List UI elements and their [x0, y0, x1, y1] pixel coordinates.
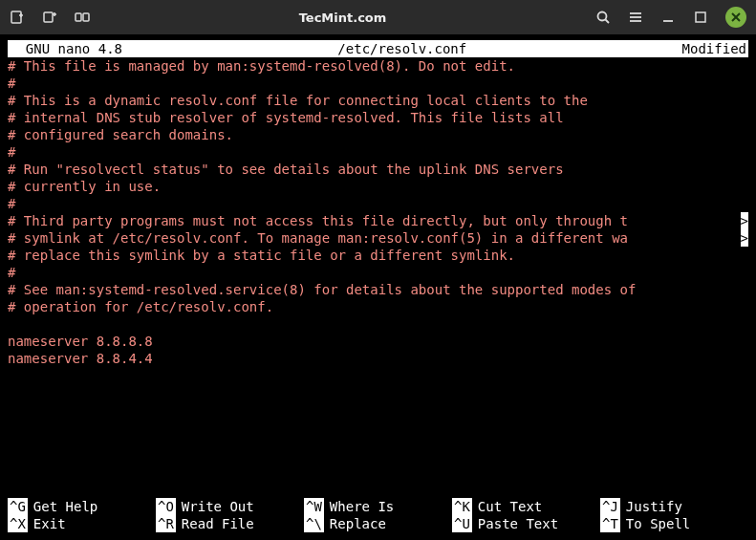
svg-point-8	[598, 12, 607, 21]
line-truncation-marker: >	[741, 212, 748, 229]
nano-header-bar: GNU nano 4.8 /etc/resolv.conf Modified	[8, 40, 748, 57]
nano-shortcut: ^RRead File	[156, 515, 304, 532]
shortcut-label: Replace	[330, 515, 386, 532]
file-line[interactable]	[8, 315, 748, 333]
nano-shortcut: ^GGet Help	[8, 498, 156, 515]
file-line[interactable]: # configured search domains.	[8, 126, 748, 143]
nano-shortcut: ^XExit	[8, 515, 156, 532]
file-line[interactable]: # currently in use.	[8, 178, 748, 195]
file-line-text: nameserver 8.8.4.4	[8, 350, 748, 367]
file-line-text: # internal DNS stub resolver of systemd-…	[8, 109, 748, 126]
file-line-text: nameserver 8.8.8.8	[8, 333, 748, 350]
shortcut-key: ^T	[600, 515, 620, 532]
shortcut-label: Get Help	[33, 498, 97, 515]
nano-shortcut: ^KCut Text	[452, 498, 600, 515]
shortcut-key: ^U	[452, 515, 472, 532]
file-line-text: # See man:systemd-resolved.service(8) fo…	[8, 281, 748, 298]
shortcut-label: Paste Text	[478, 515, 558, 532]
nano-shortcut: ^TTo Spell	[600, 515, 748, 532]
file-line[interactable]: # Run "resolvectl status" to see details…	[8, 161, 748, 178]
nano-shortcut-bar: ^GGet Help^OWrite Out^WWhere Is^KCut Tex…	[8, 498, 748, 532]
window-titlebar: TecMint.com	[0, 0, 756, 34]
file-line-text: #	[8, 75, 748, 92]
shortcut-label: Where Is	[330, 498, 394, 515]
new-tab-icon[interactable]	[10, 10, 25, 25]
shortcut-label: Write Out	[182, 498, 254, 515]
shortcut-label: Exit	[33, 515, 66, 532]
nano-shortcut: ^WWhere Is	[304, 498, 452, 515]
file-line-text: # This is a dynamic resolv.conf file for…	[8, 92, 748, 109]
nano-shortcut: ^\Replace	[304, 515, 452, 532]
file-line[interactable]: # replace this symlink by a static file …	[8, 247, 748, 264]
file-line-text: # This file is managed by man:systemd-re…	[8, 57, 748, 75]
nano-filename: /etc/resolv.conf	[122, 40, 682, 57]
file-line[interactable]: #	[8, 195, 748, 212]
close-button[interactable]	[725, 7, 746, 28]
file-line-text: # symlink at /etc/resolv.conf. To manage…	[8, 229, 741, 247]
shortcut-key: ^O	[156, 498, 176, 515]
shortcut-label: Cut Text	[478, 498, 542, 515]
file-line[interactable]: # operation for /etc/resolv.conf.	[8, 298, 748, 315]
file-line-text: # currently in use.	[8, 178, 748, 195]
shortcut-label: To Spell	[626, 515, 690, 532]
file-line[interactable]: # Third party programs must not access t…	[8, 212, 748, 229]
file-line[interactable]: # See man:systemd-resolved.service(8) fo…	[8, 281, 748, 298]
file-line-text: # Run "resolvectl status" to see details…	[8, 161, 748, 178]
shortcut-key: ^W	[304, 498, 324, 515]
shortcut-key: ^K	[452, 498, 472, 515]
file-line[interactable]: nameserver 8.8.4.4	[8, 350, 748, 367]
shortcut-label: Read File	[182, 515, 254, 532]
svg-rect-14	[696, 12, 705, 22]
file-line-text: #	[8, 264, 748, 281]
search-icon[interactable]	[595, 10, 611, 25]
svg-rect-7	[83, 13, 89, 21]
file-line[interactable]: # This file is managed by man:systemd-re…	[8, 57, 748, 75]
file-line[interactable]: #	[8, 264, 748, 281]
file-line[interactable]: #	[8, 75, 748, 92]
file-line-text: # configured search domains.	[8, 126, 748, 143]
file-line-text: # operation for /etc/resolv.conf.	[8, 298, 748, 315]
file-line-text: # Third party programs must not access t…	[8, 212, 741, 229]
shortcut-key: ^J	[600, 498, 620, 515]
svg-line-9	[606, 20, 610, 24]
file-line-text: #	[8, 195, 748, 212]
hamburger-menu-icon[interactable]	[628, 10, 643, 25]
maximize-icon[interactable]	[693, 10, 708, 25]
shortcut-key: ^G	[8, 498, 28, 515]
nano-status: Modified	[682, 40, 746, 57]
nano-shortcut: ^OWrite Out	[156, 498, 304, 515]
nano-app-name: GNU nano 4.8	[10, 40, 122, 57]
file-line-text: #	[8, 143, 748, 161]
nano-shortcut: ^UPaste Text	[452, 515, 600, 532]
file-line[interactable]: # internal DNS stub resolver of systemd-…	[8, 109, 748, 126]
file-line[interactable]: #	[8, 143, 748, 161]
svg-rect-0	[11, 11, 21, 23]
file-line-text: # replace this symlink by a static file …	[8, 247, 748, 264]
shortcut-key: ^R	[156, 515, 176, 532]
shortcut-label: Justify	[626, 498, 682, 515]
minimize-icon[interactable]	[660, 10, 676, 25]
split-terminal-icon[interactable]	[75, 10, 90, 25]
file-line[interactable]: nameserver 8.8.8.8	[8, 333, 748, 350]
terminal-viewport[interactable]: GNU nano 4.8 /etc/resolv.conf Modified #…	[0, 34, 756, 540]
nano-file-content[interactable]: # This file is managed by man:systemd-re…	[8, 57, 748, 367]
nano-shortcut: ^JJustify	[600, 498, 748, 515]
svg-rect-3	[44, 12, 53, 22]
new-window-icon[interactable]	[42, 10, 57, 25]
file-line-text	[8, 315, 748, 333]
file-line[interactable]: # This is a dynamic resolv.conf file for…	[8, 92, 748, 109]
shortcut-key: ^\	[304, 515, 324, 532]
shortcut-key: ^X	[8, 515, 28, 532]
window-title: TecMint.com	[105, 11, 580, 25]
svg-rect-6	[76, 13, 81, 21]
line-truncation-marker: >	[741, 229, 748, 247]
file-line[interactable]: # symlink at /etc/resolv.conf. To manage…	[8, 229, 748, 247]
